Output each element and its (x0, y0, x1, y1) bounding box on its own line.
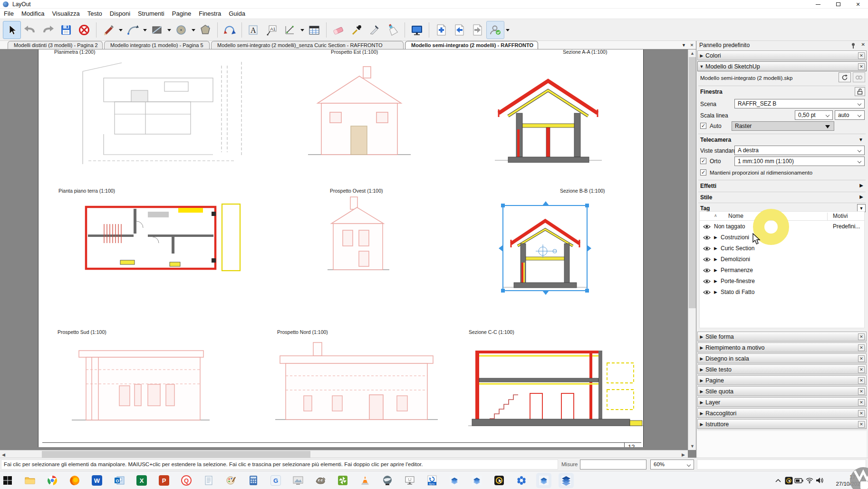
orto-scale-select[interactable]: 1 mm:100 mm (1:100) (734, 156, 865, 166)
tag-row-costruzioni[interactable]: ▶ Costruzioni (700, 232, 864, 243)
visibility-eye-icon[interactable] (703, 268, 711, 273)
drawing-prospetto-ovest[interactable] (328, 194, 389, 273)
label-prospetto-sud[interactable]: Prospetto Sud (1:100) (58, 329, 106, 335)
taskbar-excel-button[interactable]: X (136, 475, 147, 486)
drawing-canvas[interactable]: Planimetra (1:200) Prospetto Est (1:100)… (0, 49, 696, 458)
label-prospetto-ovest[interactable]: Prospetto Ovest (1:100) (330, 188, 383, 194)
taskbar-word-button[interactable]: W (91, 475, 103, 486)
taskbar-cursorapp-button[interactable] (493, 475, 505, 486)
arc-tool-button[interactable] (124, 21, 142, 39)
tray-recorder-icon[interactable] (783, 471, 794, 489)
selection-handle[interactable] (585, 204, 589, 207)
table-tool-button[interactable] (305, 21, 323, 39)
scroll-up-icon[interactable]: ▲ (689, 49, 696, 57)
tag-row-stato-di-fatto[interactable]: ▶ Stato di Fatto (700, 287, 864, 298)
zoom-select[interactable]: 60% (650, 460, 694, 469)
label-prospetto-est[interactable]: Prospetto Est (1:100) (331, 49, 378, 55)
render-mode-select[interactable]: Raster (732, 121, 834, 131)
effetti-heading[interactable]: Effetti (700, 183, 716, 189)
close-icon[interactable]: ✕ (858, 333, 865, 340)
tag-row-demolizioni[interactable]: ▶ Demolizioni (700, 254, 864, 265)
panel-section-colori[interactable]: ▶ Colori ✕ (697, 50, 867, 60)
taskbar-geogebra-button[interactable]: G (270, 475, 281, 486)
sort-ascending-icon[interactable]: ∧ (714, 213, 717, 218)
panel-section-raccoglitori[interactable]: ▶Raccoglitori✕ (697, 408, 867, 418)
minimize-button[interactable] (808, 0, 828, 9)
taskbar-gimp-button[interactable] (315, 475, 326, 486)
style-tool-button[interactable] (366, 21, 384, 39)
selection-handle[interactable] (587, 245, 591, 252)
tab-semi-integrato-raffronto[interactable]: Modello semi-integrato (2 modelli) - RAF… (405, 41, 538, 49)
expand-icon[interactable]: ▶ (859, 194, 863, 199)
label-pianta-piano-terra[interactable]: Pianta piano terra (1:100) (58, 188, 115, 194)
taskbar-sketchup-running-button[interactable] (538, 475, 550, 486)
account-dropdown[interactable] (506, 29, 510, 33)
scroll-left-icon[interactable]: ◀ (0, 451, 7, 458)
taskbar-explorer-button[interactable] (24, 475, 36, 486)
visibility-eye-icon[interactable] (703, 235, 711, 240)
tag-row-porte-finestre[interactable]: ▶ Porte-finestre (700, 276, 864, 287)
taskbar-greenapp-button[interactable] (337, 475, 348, 486)
pin-icon[interactable] (850, 42, 857, 49)
menu-finestra[interactable]: Finestra (195, 9, 225, 19)
previous-page-button[interactable] (450, 21, 468, 39)
stile-heading[interactable]: Stile (700, 194, 712, 201)
drawing-sezione-cc[interactable] (468, 340, 643, 429)
selection-handle[interactable] (499, 245, 503, 252)
expand-icon[interactable]: ▶ (859, 183, 863, 188)
panel-section-stile-testo[interactable]: ▶Stile testo✕ (697, 364, 867, 374)
tab-list-dropdown[interactable]: ▼ (680, 42, 687, 49)
drawing-prospetto-est[interactable] (307, 63, 412, 159)
taskbar-vlc-button[interactable] (359, 475, 371, 486)
visibility-eye-icon[interactable] (703, 224, 711, 229)
close-button[interactable]: ✕ (848, 0, 868, 9)
taskbar-sync-button[interactable]: Sync (426, 475, 438, 486)
visibility-eye-icon[interactable] (703, 279, 711, 284)
label-prospetto-nord[interactable]: Prospetto Nord (1:100) (277, 329, 328, 335)
visibility-eye-icon[interactable] (703, 290, 711, 295)
presentation-button[interactable] (408, 21, 426, 39)
rectangle-tool-button[interactable] (148, 21, 166, 39)
misure-input[interactable] (580, 460, 646, 469)
horizontal-scrollbar[interactable]: ◀ ▶ (0, 450, 688, 458)
panel-section-riempimento[interactable]: ▶Riempimento a motivo✕ (697, 342, 867, 352)
selection-handle[interactable] (501, 289, 505, 293)
menu-modifica[interactable]: Modifica (18, 9, 48, 19)
circle-tool-button[interactable] (172, 21, 190, 39)
drawing-pianta-piano-terra[interactable] (77, 202, 243, 274)
eraser-tool-button[interactable] (329, 21, 347, 39)
close-icon[interactable]: ✕ (858, 421, 865, 428)
relink-model-button[interactable] (853, 72, 865, 82)
label-tool-button[interactable]: A1 (263, 21, 281, 39)
mantieni-proporzioni-checkbox[interactable]: ✓ (700, 169, 706, 176)
taskbar-calculator-button[interactable] (248, 475, 259, 486)
column-header-motivi[interactable]: Motivi (833, 213, 848, 219)
tray-expand-button[interactable] (773, 471, 783, 489)
drawing-prospetto-sud[interactable] (72, 340, 210, 425)
glue-tool-button[interactable] (384, 21, 402, 39)
close-icon[interactable]: ✕ (858, 63, 865, 70)
close-icon[interactable]: ✕ (858, 410, 865, 417)
taskbar-googleearth-button[interactable] (382, 475, 393, 486)
scroll-right-icon[interactable]: ▶ (680, 451, 687, 458)
scala-mode-select[interactable]: auto (835, 110, 865, 120)
label-sezione-aa[interactable]: Sezione A-A (1:100) (563, 49, 607, 55)
selection-handle[interactable] (585, 289, 589, 293)
vertical-scroll-thumb[interactable] (689, 57, 696, 308)
account-button[interactable] (486, 21, 504, 39)
tab-close-icon[interactable]: ✕ (688, 42, 695, 49)
panel-section-disegno-in-scala[interactable]: ▶Disegno in scala✕ (697, 353, 867, 363)
tag-row-curic-section[interactable]: ▶ Curic Section (700, 243, 864, 254)
menu-disponi[interactable]: Disponi (106, 9, 134, 19)
collapse-icon[interactable]: ▼ (858, 137, 863, 142)
menu-strumenti[interactable]: Strumenti (134, 9, 168, 19)
menu-testo[interactable]: Testo (84, 9, 106, 19)
close-icon[interactable]: ✕ (858, 52, 865, 59)
taskbar-outlook-button[interactable]: O (114, 475, 125, 486)
panel-section-modello-sketchup[interactable]: ▼ Modello di SketchUp ✕ (697, 61, 867, 71)
next-page-button[interactable] (468, 21, 486, 39)
viste-standard-select[interactable]: A destra (734, 146, 865, 155)
offset-tool-button[interactable] (221, 21, 239, 39)
taskbar-notepad-button[interactable] (203, 475, 214, 486)
selection-bounding-box[interactable] (502, 205, 588, 291)
